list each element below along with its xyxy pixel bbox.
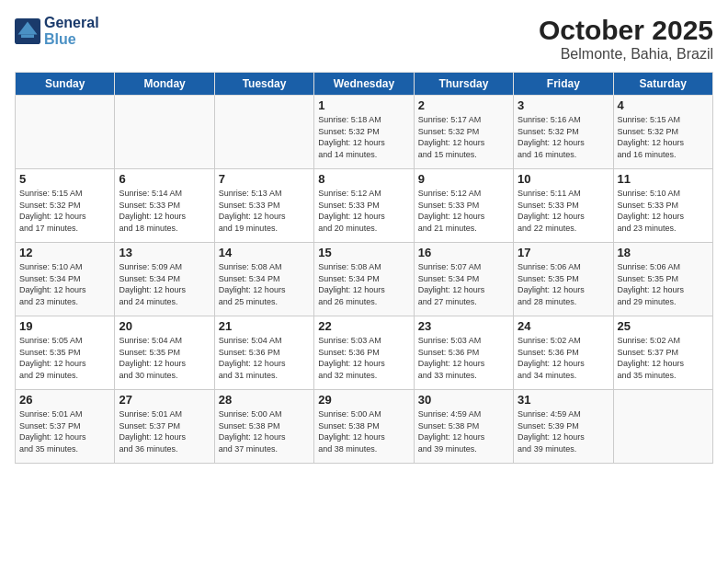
- logo-icon: [15, 18, 40, 44]
- day-info: Sunrise: 5:10 AM Sunset: 5:33 PM Dayligh…: [618, 188, 709, 234]
- day-info: Sunrise: 5:07 AM Sunset: 5:34 PM Dayligh…: [418, 261, 509, 307]
- calendar-cell: 11Sunrise: 5:10 AM Sunset: 5:33 PM Dayli…: [613, 169, 712, 243]
- calendar-cell: 9Sunrise: 5:12 AM Sunset: 5:33 PM Daylig…: [414, 169, 513, 243]
- day-info: Sunrise: 5:01 AM Sunset: 5:37 PM Dayligh…: [19, 408, 110, 454]
- day-info: Sunrise: 5:09 AM Sunset: 5:34 PM Dayligh…: [119, 261, 210, 307]
- day-info: Sunrise: 5:04 AM Sunset: 5:35 PM Dayligh…: [119, 335, 210, 381]
- day-number: 24: [518, 319, 609, 333]
- calendar-cell: 14Sunrise: 5:08 AM Sunset: 5:34 PM Dayli…: [214, 243, 313, 316]
- day-number: 4: [618, 98, 709, 112]
- day-number: 14: [219, 246, 310, 259]
- month-title: October 2025: [539, 15, 713, 46]
- day-info: Sunrise: 5:02 AM Sunset: 5:36 PM Dayligh…: [518, 335, 609, 381]
- calendar-cell: 30Sunrise: 4:59 AM Sunset: 5:38 PM Dayli…: [414, 390, 513, 464]
- calendar-cell: 23Sunrise: 5:03 AM Sunset: 5:36 PM Dayli…: [414, 316, 513, 390]
- day-info: Sunrise: 4:59 AM Sunset: 5:38 PM Dayligh…: [418, 408, 509, 454]
- day-number: 16: [418, 246, 509, 259]
- day-info: Sunrise: 5:02 AM Sunset: 5:37 PM Dayligh…: [618, 335, 709, 381]
- weekday-header: Monday: [115, 73, 214, 96]
- day-info: Sunrise: 5:12 AM Sunset: 5:33 PM Dayligh…: [418, 188, 509, 234]
- calendar-cell: 5Sunrise: 5:15 AM Sunset: 5:32 PM Daylig…: [16, 169, 115, 243]
- calendar-cell: 26Sunrise: 5:01 AM Sunset: 5:37 PM Dayli…: [16, 390, 115, 464]
- calendar-cell: 27Sunrise: 5:01 AM Sunset: 5:37 PM Dayli…: [115, 390, 214, 464]
- day-number: 6: [119, 172, 210, 186]
- day-number: 7: [219, 172, 310, 186]
- day-number: 5: [19, 172, 110, 186]
- day-info: Sunrise: 5:18 AM Sunset: 5:32 PM Dayligh…: [318, 114, 409, 160]
- calendar-cell: 2Sunrise: 5:17 AM Sunset: 5:32 PM Daylig…: [414, 96, 513, 169]
- day-info: Sunrise: 5:04 AM Sunset: 5:36 PM Dayligh…: [219, 335, 310, 381]
- calendar-header-row: SundayMondayTuesdayWednesdayThursdayFrid…: [16, 73, 713, 96]
- day-number: 19: [19, 319, 110, 333]
- day-info: Sunrise: 5:06 AM Sunset: 5:35 PM Dayligh…: [518, 261, 609, 307]
- svg-rect-2: [21, 35, 34, 39]
- weekday-header: Friday: [514, 73, 613, 96]
- calendar-cell: 4Sunrise: 5:15 AM Sunset: 5:32 PM Daylig…: [613, 96, 712, 169]
- calendar-cell: [115, 96, 214, 169]
- calendar-week-row: 26Sunrise: 5:01 AM Sunset: 5:37 PM Dayli…: [16, 390, 713, 464]
- logo-text-line2: Blue: [44, 31, 99, 48]
- day-number: 31: [518, 393, 609, 407]
- day-info: Sunrise: 5:08 AM Sunset: 5:34 PM Dayligh…: [318, 261, 409, 307]
- day-number: 18: [618, 246, 709, 259]
- day-number: 10: [518, 172, 609, 186]
- calendar-cell: 12Sunrise: 5:10 AM Sunset: 5:34 PM Dayli…: [16, 243, 115, 316]
- calendar-cell: [214, 96, 313, 169]
- day-number: 13: [119, 246, 210, 259]
- logo-text-line1: General: [44, 15, 99, 31]
- calendar-cell: 25Sunrise: 5:02 AM Sunset: 5:37 PM Dayli…: [613, 316, 712, 390]
- day-number: 3: [518, 98, 609, 112]
- calendar-cell: 8Sunrise: 5:12 AM Sunset: 5:33 PM Daylig…: [314, 169, 414, 243]
- day-number: 11: [618, 172, 709, 186]
- day-info: Sunrise: 5:05 AM Sunset: 5:35 PM Dayligh…: [19, 335, 110, 381]
- day-number: 21: [219, 319, 310, 333]
- day-info: Sunrise: 5:03 AM Sunset: 5:36 PM Dayligh…: [418, 335, 509, 381]
- day-info: Sunrise: 5:10 AM Sunset: 5:34 PM Dayligh…: [19, 261, 110, 307]
- calendar-cell: 31Sunrise: 4:59 AM Sunset: 5:39 PM Dayli…: [514, 390, 613, 464]
- calendar-table: SundayMondayTuesdayWednesdayThursdayFrid…: [15, 72, 713, 464]
- day-number: 1: [318, 98, 409, 112]
- day-number: 28: [219, 393, 310, 407]
- day-info: Sunrise: 5:08 AM Sunset: 5:34 PM Dayligh…: [219, 261, 310, 307]
- day-number: 27: [119, 393, 210, 407]
- weekday-header: Tuesday: [214, 73, 313, 96]
- day-info: Sunrise: 5:11 AM Sunset: 5:33 PM Dayligh…: [518, 188, 609, 234]
- calendar-cell: 18Sunrise: 5:06 AM Sunset: 5:35 PM Dayli…: [613, 243, 712, 316]
- calendar-cell: 21Sunrise: 5:04 AM Sunset: 5:36 PM Dayli…: [214, 316, 313, 390]
- calendar-cell: 3Sunrise: 5:16 AM Sunset: 5:32 PM Daylig…: [514, 96, 613, 169]
- weekday-header: Thursday: [414, 73, 513, 96]
- day-number: 17: [518, 246, 609, 259]
- weekday-header: Wednesday: [314, 73, 414, 96]
- day-number: 23: [418, 319, 509, 333]
- title-block: October 2025 Belmonte, Bahia, Brazil: [539, 15, 713, 63]
- logo: General Blue: [15, 15, 99, 48]
- calendar-cell: 10Sunrise: 5:11 AM Sunset: 5:33 PM Dayli…: [514, 169, 613, 243]
- day-info: Sunrise: 5:15 AM Sunset: 5:32 PM Dayligh…: [19, 188, 110, 234]
- day-number: 20: [119, 319, 210, 333]
- day-number: 12: [19, 246, 110, 259]
- page-container: General Blue October 2025 Belmonte, Bahi…: [0, 0, 728, 563]
- calendar-cell: [613, 390, 712, 464]
- calendar-cell: 20Sunrise: 5:04 AM Sunset: 5:35 PM Dayli…: [115, 316, 214, 390]
- location-title: Belmonte, Bahia, Brazil: [539, 46, 713, 63]
- weekday-header: Sunday: [16, 73, 115, 96]
- day-number: 15: [318, 246, 409, 259]
- calendar-cell: 7Sunrise: 5:13 AM Sunset: 5:33 PM Daylig…: [214, 169, 313, 243]
- day-info: Sunrise: 4:59 AM Sunset: 5:39 PM Dayligh…: [518, 408, 609, 454]
- calendar-cell: 1Sunrise: 5:18 AM Sunset: 5:32 PM Daylig…: [314, 96, 414, 169]
- day-number: 22: [318, 319, 409, 333]
- day-info: Sunrise: 5:06 AM Sunset: 5:35 PM Dayligh…: [618, 261, 709, 307]
- calendar-cell: 29Sunrise: 5:00 AM Sunset: 5:38 PM Dayli…: [314, 390, 414, 464]
- day-info: Sunrise: 5:17 AM Sunset: 5:32 PM Dayligh…: [418, 114, 509, 160]
- day-info: Sunrise: 5:00 AM Sunset: 5:38 PM Dayligh…: [219, 408, 310, 454]
- calendar-cell: 13Sunrise: 5:09 AM Sunset: 5:34 PM Dayli…: [115, 243, 214, 316]
- calendar-week-row: 1Sunrise: 5:18 AM Sunset: 5:32 PM Daylig…: [16, 96, 713, 169]
- page-header: General Blue October 2025 Belmonte, Bahi…: [15, 15, 713, 63]
- day-info: Sunrise: 5:00 AM Sunset: 5:38 PM Dayligh…: [318, 408, 409, 454]
- weekday-header: Saturday: [613, 73, 712, 96]
- calendar-cell: 24Sunrise: 5:02 AM Sunset: 5:36 PM Dayli…: [514, 316, 613, 390]
- day-info: Sunrise: 5:15 AM Sunset: 5:32 PM Dayligh…: [618, 114, 709, 160]
- day-number: 25: [618, 319, 709, 333]
- day-info: Sunrise: 5:14 AM Sunset: 5:33 PM Dayligh…: [119, 188, 210, 234]
- day-number: 29: [318, 393, 409, 407]
